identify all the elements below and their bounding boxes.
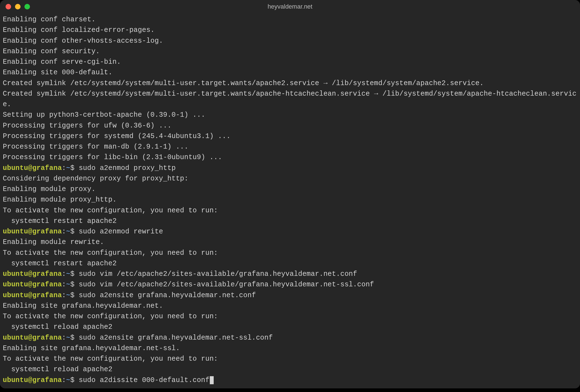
output-line: systemctl reload apache2 (3, 322, 577, 332)
output-line: Enabling module proxy. (3, 184, 577, 195)
output-line: systemctl restart apache2 (3, 258, 577, 269)
command-text: sudo a2ensite grafana.heyvaldemar.net-ss… (79, 334, 273, 342)
command-line: ubuntu@grafana:~$ sudo vim /etc/apache2/… (3, 279, 577, 290)
output-line: systemctl reload apache2 (3, 364, 577, 375)
command-line: ubuntu@grafana:~$ sudo a2dissite 000-def… (3, 375, 577, 386)
command-text: sudo a2ensite grafana.heyvaldemar.net.co… (79, 291, 256, 299)
output-line: Considering dependency proxy for proxy_h… (3, 174, 577, 184)
output-line: Processing triggers for systemd (245.4-4… (3, 131, 577, 142)
command-text: sudo a2enmod rewrite (79, 228, 163, 236)
output-line: Enabling conf security. (3, 46, 577, 57)
close-icon[interactable] (6, 4, 11, 9)
output-line: Enabling module proxy_http. (3, 195, 577, 205)
output-line: Processing triggers for libc-bin (2.31-0… (3, 152, 577, 163)
output-line: Enabling site grafana.heyvaldemar.net-ss… (3, 343, 577, 354)
output-line: systemctl restart apache2 (3, 216, 577, 226)
shell-prompt: ubuntu@grafana:~$ (3, 270, 79, 278)
command-line: ubuntu@grafana:~$ sudo a2ensite grafana.… (3, 290, 577, 301)
titlebar: heyvaldemar.net (0, 0, 580, 13)
command-line: ubuntu@grafana:~$ sudo a2ensite grafana.… (3, 333, 577, 343)
output-line: Enabling conf serve-cgi-bin. (3, 57, 577, 67)
output-line: Enabling site grafana.heyvaldemar.net. (3, 301, 577, 311)
shell-prompt: ubuntu@grafana:~$ (3, 334, 79, 342)
output-line: Processing triggers for man-db (2.9.1-1)… (3, 142, 577, 152)
command-text: sudo a2dissite 000-default.conf (79, 376, 210, 384)
zoom-icon[interactable] (24, 4, 30, 9)
cursor (210, 376, 214, 384)
command-line: ubuntu@grafana:~$ sudo a2enmod proxy_htt… (3, 163, 577, 174)
command-text: sudo vim /etc/apache2/sites-available/gr… (79, 270, 357, 278)
traffic-lights (6, 4, 30, 9)
shell-prompt: ubuntu@grafana:~$ (3, 228, 79, 236)
output-line: Enabling site 000-default. (3, 67, 577, 78)
output-line: Enabling conf charset. (3, 14, 577, 25)
terminal-window: heyvaldemar.net Enabling conf charset.En… (0, 0, 580, 388)
output-line: Processing triggers for ufw (0.36-6) ... (3, 121, 577, 131)
shell-prompt: ubuntu@grafana:~$ (3, 281, 79, 289)
output-line: Enabling conf other-vhosts-access-log. (3, 36, 577, 46)
shell-prompt: ubuntu@grafana:~$ (3, 376, 79, 384)
terminal-body[interactable]: Enabling conf charset.Enabling conf loca… (0, 13, 580, 388)
output-line: To activate the new configuration, you n… (3, 354, 577, 364)
command-line: ubuntu@grafana:~$ sudo a2enmod rewrite (3, 226, 577, 237)
output-line: Enabling conf localized-error-pages. (3, 25, 577, 35)
output-line: Created symlink /etc/systemd/system/mult… (3, 89, 577, 110)
shell-prompt: ubuntu@grafana:~$ (3, 164, 79, 172)
shell-prompt: ubuntu@grafana:~$ (3, 291, 79, 299)
output-line: To activate the new configuration, you n… (3, 205, 577, 216)
window-title: heyvaldemar.net (0, 3, 580, 10)
minimize-icon[interactable] (15, 4, 21, 9)
output-line: Enabling module rewrite. (3, 237, 577, 248)
command-text: sudo vim /etc/apache2/sites-available/gr… (79, 281, 374, 289)
command-line: ubuntu@grafana:~$ sudo vim /etc/apache2/… (3, 269, 577, 279)
command-text: sudo a2enmod proxy_http (79, 164, 176, 172)
output-line: To activate the new configuration, you n… (3, 311, 577, 322)
output-line: Setting up python3-certbot-apache (0.39.… (3, 110, 577, 120)
output-line: To activate the new configuration, you n… (3, 248, 577, 258)
output-line: Created symlink /etc/systemd/system/mult… (3, 78, 577, 89)
